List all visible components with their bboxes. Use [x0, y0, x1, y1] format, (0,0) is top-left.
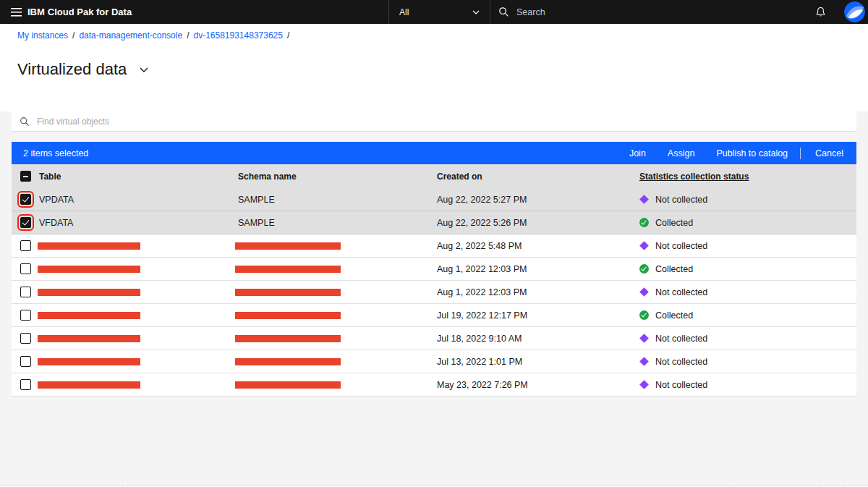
- redacted-schema-name: [235, 381, 341, 389]
- table-row[interactable]: Jul 19, 2022 12:17 PM Collected: [12, 304, 856, 327]
- notifications-button[interactable]: [806, 0, 835, 24]
- content-area: 2 items selected Join Assign Publish to …: [0, 111, 868, 487]
- breadcrumb-separator: /: [72, 30, 75, 41]
- assign-button[interactable]: Assign: [657, 142, 706, 164]
- not-collected-icon: [639, 334, 649, 343]
- table-row[interactable]: Jul 13, 2022 1:01 PM Not collected: [12, 350, 856, 373]
- status-cell: Collected: [639, 310, 856, 321]
- join-button[interactable]: Join: [618, 142, 657, 164]
- status-cell: Not collected: [639, 334, 856, 344]
- row-checkbox[interactable]: [20, 379, 31, 390]
- row-checkbox[interactable]: [20, 194, 31, 205]
- brand-name: Cloud Pak for Data: [48, 7, 132, 17]
- row-checkbox[interactable]: [20, 333, 31, 344]
- bell-icon: [815, 7, 826, 17]
- status-label: Not collected: [655, 287, 707, 297]
- page-title-row: Virtualized data: [0, 43, 868, 92]
- collected-icon: [639, 218, 649, 227]
- breadcrumb-link[interactable]: data-management-console: [79, 30, 182, 41]
- redacted-schema-name: [235, 358, 341, 365]
- row-checkbox-cell: [12, 356, 39, 367]
- batch-action-bar: 2 items selected Join Assign Publish to …: [12, 142, 856, 164]
- row-checkbox-cell: [12, 240, 39, 251]
- redacted-schema-name: [235, 312, 341, 319]
- search-scope-dropdown[interactable]: All: [388, 0, 490, 24]
- divider: [800, 148, 801, 159]
- page-title-dropdown[interactable]: [140, 67, 148, 72]
- status-label: Not collected: [655, 380, 707, 390]
- table-header: Table Schema name Created on Statistics …: [12, 164, 856, 188]
- breadcrumb-link[interactable]: My instances: [17, 30, 68, 41]
- status-label: Not collected: [655, 195, 707, 205]
- search-icon: [498, 7, 509, 17]
- status-label: Not collected: [655, 241, 707, 251]
- table-row[interactable]: Aug 2, 2022 5:48 PM Not collected: [12, 234, 856, 258]
- schema-name-cell: [238, 380, 437, 390]
- table-name-cell: [39, 241, 238, 251]
- status-cell: Not collected: [639, 287, 856, 297]
- table-name-cell: [39, 264, 238, 274]
- row-checkbox-cell: [12, 379, 39, 390]
- schema-name-cell: [238, 334, 437, 344]
- column-header-schema-name[interactable]: Schema name: [238, 171, 437, 182]
- table-name-cell: [39, 310, 238, 321]
- global-search: [491, 0, 818, 24]
- find-virtual-objects-input[interactable]: [37, 117, 848, 127]
- row-checkbox[interactable]: [20, 310, 31, 321]
- schema-name-cell: SAMPLE: [238, 195, 437, 205]
- find-bar: [12, 111, 856, 132]
- row-checkbox[interactable]: [20, 217, 31, 228]
- select-all-checkbox[interactable]: [20, 171, 31, 182]
- column-header-created-on[interactable]: Created on: [437, 171, 639, 182]
- table-row[interactable]: VFDATA SAMPLE Aug 22, 2022 5:26 PM Colle…: [12, 211, 856, 234]
- cancel-button[interactable]: Cancel: [802, 142, 856, 164]
- created-on-cell: May 23, 2022 7:26 PM: [437, 380, 639, 390]
- table-row[interactable]: VPDATA SAMPLE Aug 22, 2022 5:27 PM Not c…: [12, 188, 856, 211]
- table-name-cell: [39, 334, 238, 344]
- schema-name-cell: [238, 264, 437, 274]
- table-row[interactable]: Aug 1, 2022 12:03 PM Not collected: [12, 281, 856, 304]
- redacted-schema-name: [235, 242, 341, 250]
- table-name-cell: VPDATA: [39, 195, 238, 205]
- breadcrumb-separator: /: [287, 30, 289, 41]
- created-on-cell: Aug 22, 2022 5:27 PM: [437, 195, 639, 205]
- status-cell: Collected: [639, 264, 856, 274]
- row-checkbox[interactable]: [20, 287, 31, 297]
- redacted-table-name: [38, 381, 140, 389]
- global-search-input[interactable]: [516, 7, 811, 17]
- breadcrumb: My instances/data-management-console/dv-…: [0, 24, 868, 43]
- app-header: IBM Cloud Pak for Data All: [0, 0, 868, 24]
- row-checkbox[interactable]: [20, 240, 31, 251]
- status-label: Collected: [655, 264, 693, 274]
- column-header-statistics-collection-status[interactable]: Statistics collection status: [639, 171, 856, 182]
- table-body: VPDATA SAMPLE Aug 22, 2022 5:27 PM Not c…: [12, 188, 856, 397]
- chevron-down-icon: [140, 67, 148, 72]
- app-title: IBM Cloud Pak for Data: [27, 0, 132, 24]
- created-on-cell: Jul 13, 2022 1:01 PM: [437, 357, 639, 367]
- avatar[interactable]: [844, 1, 865, 22]
- schema-name-cell: [238, 241, 437, 251]
- table-name-cell: [39, 357, 238, 367]
- select-all-cell: [12, 171, 39, 182]
- row-checkbox[interactable]: [20, 263, 31, 274]
- row-checkbox-cell: [12, 217, 39, 228]
- row-checkbox[interactable]: [20, 356, 31, 367]
- status-label: Not collected: [655, 334, 707, 344]
- redacted-table-name: [38, 358, 140, 365]
- table-row[interactable]: Aug 1, 2022 12:03 PM Collected: [12, 258, 856, 281]
- status-label: Collected: [655, 310, 693, 321]
- breadcrumb-link[interactable]: dv-1658193148373625: [193, 30, 282, 41]
- search-scope-value: All: [399, 7, 409, 17]
- collected-icon: [639, 264, 649, 274]
- redacted-schema-name: [235, 289, 341, 296]
- redacted-table-name: [38, 335, 140, 342]
- column-header-table[interactable]: Table: [39, 171, 238, 182]
- publish-to-catalog-button[interactable]: Publish to catalog: [705, 142, 799, 164]
- breadcrumb-separator: /: [187, 30, 189, 41]
- brand-prefix: IBM: [27, 7, 45, 17]
- table-row[interactable]: Jul 18, 2022 9:10 AM Not collected: [12, 327, 856, 350]
- created-on-cell: Aug 1, 2022 12:03 PM: [437, 264, 639, 274]
- table-name-cell: [39, 287, 238, 297]
- schema-name-cell: [238, 310, 437, 321]
- table-row[interactable]: May 23, 2022 7:26 PM Not collected: [12, 373, 856, 397]
